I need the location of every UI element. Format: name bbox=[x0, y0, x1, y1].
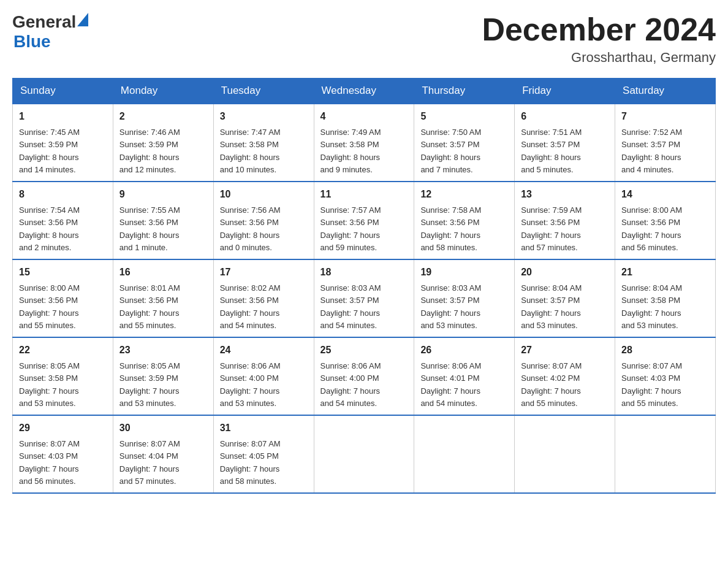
day-number: 6 bbox=[521, 109, 609, 124]
calendar-cell: 24 Sunrise: 8:06 AMSunset: 4:00 PMDaylig… bbox=[213, 337, 314, 415]
day-number: 22 bbox=[19, 343, 107, 358]
day-number: 19 bbox=[420, 265, 508, 280]
calendar-cell: 20 Sunrise: 8:04 AMSunset: 3:57 PMDaylig… bbox=[515, 259, 615, 337]
day-info: Sunrise: 8:01 AMSunset: 3:56 PMDaylight:… bbox=[119, 283, 180, 330]
calendar-cell: 28 Sunrise: 8:07 AMSunset: 4:03 PMDaylig… bbox=[615, 337, 716, 415]
day-info: Sunrise: 7:55 AMSunset: 3:56 PMDaylight:… bbox=[119, 205, 180, 252]
col-tuesday: Tuesday bbox=[213, 79, 314, 104]
day-number: 26 bbox=[420, 343, 508, 358]
calendar-cell: 11 Sunrise: 7:57 AMSunset: 3:56 PMDaylig… bbox=[314, 182, 414, 259]
day-number: 5 bbox=[420, 109, 508, 124]
day-info: Sunrise: 8:03 AMSunset: 3:57 PMDaylight:… bbox=[320, 283, 381, 330]
logo-general: General bbox=[12, 12, 76, 32]
day-info: Sunrise: 8:07 AMSunset: 4:03 PMDaylight:… bbox=[621, 361, 682, 408]
calendar-cell: 2 Sunrise: 7:46 AMSunset: 3:59 PMDayligh… bbox=[113, 104, 213, 182]
day-info: Sunrise: 8:06 AMSunset: 4:01 PMDaylight:… bbox=[420, 361, 481, 408]
day-number: 1 bbox=[19, 109, 107, 124]
calendar-cell: 5 Sunrise: 7:50 AMSunset: 3:57 PMDayligh… bbox=[414, 104, 515, 182]
day-number: 11 bbox=[320, 187, 408, 202]
calendar-cell bbox=[615, 415, 716, 493]
calendar-cell: 25 Sunrise: 8:06 AMSunset: 4:00 PMDaylig… bbox=[314, 337, 414, 415]
page-header: General Blue December 2024 Grossharthau,… bbox=[12, 12, 716, 66]
logo: General Blue bbox=[12, 12, 88, 52]
day-number: 21 bbox=[621, 265, 709, 280]
title-section: December 2024 Grossharthau, Germany bbox=[482, 12, 716, 66]
col-saturday: Saturday bbox=[615, 79, 716, 104]
calendar-cell: 27 Sunrise: 8:07 AMSunset: 4:02 PMDaylig… bbox=[515, 337, 615, 415]
day-info: Sunrise: 8:00 AMSunset: 3:56 PMDaylight:… bbox=[19, 283, 80, 330]
calendar-cell bbox=[515, 415, 615, 493]
calendar-cell: 26 Sunrise: 8:06 AMSunset: 4:01 PMDaylig… bbox=[414, 337, 515, 415]
calendar-cell: 8 Sunrise: 7:54 AMSunset: 3:56 PMDayligh… bbox=[13, 182, 113, 259]
day-number: 17 bbox=[220, 265, 308, 280]
day-info: Sunrise: 7:50 AMSunset: 3:57 PMDaylight:… bbox=[420, 128, 481, 174]
day-number: 9 bbox=[119, 187, 207, 202]
calendar-cell: 21 Sunrise: 8:04 AMSunset: 3:58 PMDaylig… bbox=[615, 259, 716, 337]
calendar-cell: 4 Sunrise: 7:49 AMSunset: 3:58 PMDayligh… bbox=[314, 104, 414, 182]
day-info: Sunrise: 7:45 AMSunset: 3:59 PMDaylight:… bbox=[19, 128, 80, 174]
calendar-cell: 31 Sunrise: 8:07 AMSunset: 4:05 PMDaylig… bbox=[213, 415, 314, 493]
calendar-cell: 9 Sunrise: 7:55 AMSunset: 3:56 PMDayligh… bbox=[113, 182, 213, 259]
day-number: 10 bbox=[220, 187, 308, 202]
day-info: Sunrise: 7:51 AMSunset: 3:57 PMDaylight:… bbox=[521, 128, 582, 174]
day-info: Sunrise: 8:05 AMSunset: 3:59 PMDaylight:… bbox=[119, 361, 180, 408]
col-sunday: Sunday bbox=[13, 79, 113, 104]
week-row-5: 29 Sunrise: 8:07 AMSunset: 4:03 PMDaylig… bbox=[13, 415, 716, 493]
day-number: 16 bbox=[119, 265, 207, 280]
week-row-4: 22 Sunrise: 8:05 AMSunset: 3:58 PMDaylig… bbox=[13, 337, 716, 415]
day-info: Sunrise: 8:02 AMSunset: 3:56 PMDaylight:… bbox=[220, 283, 281, 330]
day-info: Sunrise: 8:06 AMSunset: 4:00 PMDaylight:… bbox=[220, 361, 281, 408]
day-number: 4 bbox=[320, 109, 408, 124]
day-number: 12 bbox=[420, 187, 508, 202]
col-thursday: Thursday bbox=[414, 79, 515, 104]
day-info: Sunrise: 8:05 AMSunset: 3:58 PMDaylight:… bbox=[19, 361, 80, 408]
day-number: 30 bbox=[119, 421, 207, 435]
day-info: Sunrise: 8:00 AMSunset: 3:56 PMDaylight:… bbox=[621, 205, 682, 252]
calendar-cell: 17 Sunrise: 8:02 AMSunset: 3:56 PMDaylig… bbox=[213, 259, 314, 337]
day-number: 28 bbox=[621, 343, 709, 358]
day-info: Sunrise: 8:07 AMSunset: 4:03 PMDaylight:… bbox=[19, 439, 80, 486]
day-number: 13 bbox=[521, 187, 609, 202]
week-row-1: 1 Sunrise: 7:45 AMSunset: 3:59 PMDayligh… bbox=[13, 104, 716, 182]
calendar-cell: 23 Sunrise: 8:05 AMSunset: 3:59 PMDaylig… bbox=[113, 337, 213, 415]
week-row-3: 15 Sunrise: 8:00 AMSunset: 3:56 PMDaylig… bbox=[13, 259, 716, 337]
calendar-cell: 3 Sunrise: 7:47 AMSunset: 3:58 PMDayligh… bbox=[213, 104, 314, 182]
calendar-cell bbox=[414, 415, 515, 493]
calendar-cell: 22 Sunrise: 8:05 AMSunset: 3:58 PMDaylig… bbox=[13, 337, 113, 415]
calendar-cell: 19 Sunrise: 8:03 AMSunset: 3:57 PMDaylig… bbox=[414, 259, 515, 337]
day-info: Sunrise: 7:47 AMSunset: 3:58 PMDaylight:… bbox=[220, 128, 281, 174]
day-info: Sunrise: 7:57 AMSunset: 3:56 PMDaylight:… bbox=[320, 205, 381, 252]
day-info: Sunrise: 8:07 AMSunset: 4:04 PMDaylight:… bbox=[119, 439, 180, 486]
logo-triangle-icon bbox=[77, 13, 88, 26]
day-info: Sunrise: 7:56 AMSunset: 3:56 PMDaylight:… bbox=[220, 205, 281, 252]
calendar-cell: 13 Sunrise: 7:59 AMSunset: 3:56 PMDaylig… bbox=[515, 182, 615, 259]
day-info: Sunrise: 8:07 AMSunset: 4:02 PMDaylight:… bbox=[521, 361, 582, 408]
day-info: Sunrise: 8:04 AMSunset: 3:57 PMDaylight:… bbox=[521, 283, 582, 330]
calendar-cell: 15 Sunrise: 8:00 AMSunset: 3:56 PMDaylig… bbox=[13, 259, 113, 337]
day-number: 27 bbox=[521, 343, 609, 358]
day-number: 24 bbox=[220, 343, 308, 358]
day-number: 8 bbox=[19, 187, 107, 202]
col-monday: Monday bbox=[113, 79, 213, 104]
day-number: 3 bbox=[220, 109, 308, 124]
day-info: Sunrise: 7:52 AMSunset: 3:57 PMDaylight:… bbox=[621, 128, 682, 174]
calendar-cell: 30 Sunrise: 8:07 AMSunset: 4:04 PMDaylig… bbox=[113, 415, 213, 493]
calendar-table: Sunday Monday Tuesday Wednesday Thursday… bbox=[12, 78, 716, 494]
month-year-title: December 2024 bbox=[482, 12, 716, 47]
day-info: Sunrise: 8:03 AMSunset: 3:57 PMDaylight:… bbox=[420, 283, 481, 330]
day-info: Sunrise: 7:46 AMSunset: 3:59 PMDaylight:… bbox=[119, 128, 180, 174]
calendar-cell: 12 Sunrise: 7:58 AMSunset: 3:56 PMDaylig… bbox=[414, 182, 515, 259]
day-info: Sunrise: 8:07 AMSunset: 4:05 PMDaylight:… bbox=[220, 439, 281, 486]
day-number: 18 bbox=[320, 265, 408, 280]
calendar-cell: 18 Sunrise: 8:03 AMSunset: 3:57 PMDaylig… bbox=[314, 259, 414, 337]
day-info: Sunrise: 7:54 AMSunset: 3:56 PMDaylight:… bbox=[19, 205, 80, 252]
calendar-cell: 29 Sunrise: 8:07 AMSunset: 4:03 PMDaylig… bbox=[13, 415, 113, 493]
week-row-2: 8 Sunrise: 7:54 AMSunset: 3:56 PMDayligh… bbox=[13, 182, 716, 259]
calendar-cell: 16 Sunrise: 8:01 AMSunset: 3:56 PMDaylig… bbox=[113, 259, 213, 337]
day-number: 15 bbox=[19, 265, 107, 280]
calendar-cell: 6 Sunrise: 7:51 AMSunset: 3:57 PMDayligh… bbox=[515, 104, 615, 182]
calendar-cell bbox=[314, 415, 414, 493]
calendar-header-row: Sunday Monday Tuesday Wednesday Thursday… bbox=[13, 79, 716, 104]
day-number: 7 bbox=[621, 109, 709, 124]
day-number: 23 bbox=[119, 343, 207, 358]
